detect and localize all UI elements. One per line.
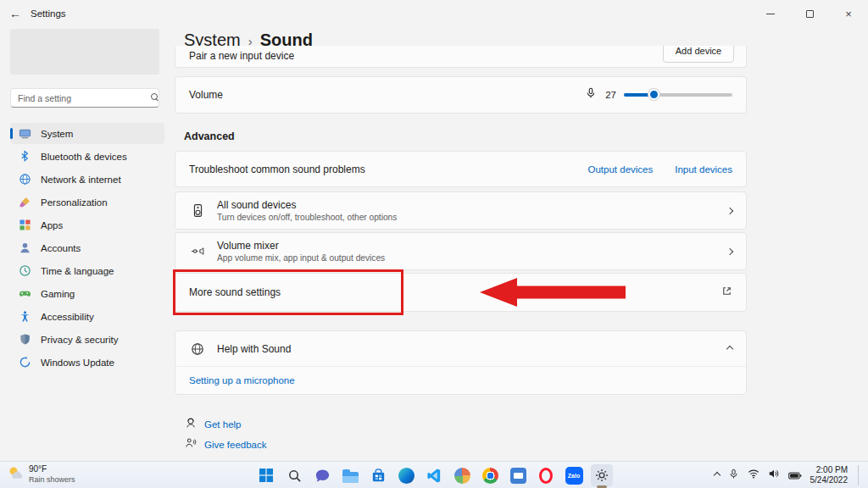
all-sound-devices-row[interactable]: All sound devices Turn devices on/off, t… <box>175 191 747 230</box>
weather-icon <box>7 464 24 485</box>
advanced-section-header: Advanced <box>184 130 235 142</box>
sidebar-item-label: Personalization <box>41 197 108 208</box>
help-with-sound-header[interactable]: Help with Sound <box>175 331 746 367</box>
troubleshoot-row: Troubleshoot common sound problems Outpu… <box>175 151 747 187</box>
sidebar-nav: System Bluetooth & devices Network & int… <box>10 123 164 373</box>
troubleshoot-label: Troubleshoot common sound problems <box>189 164 365 175</box>
chat-icon[interactable] <box>311 464 333 486</box>
clock-icon <box>19 264 31 277</box>
edge-icon[interactable] <box>395 464 417 486</box>
chrome-icon[interactable] <box>479 464 501 486</box>
all-sound-devices-subtitle: Turn devices on/off, troubleshoot, other… <box>217 213 397 222</box>
volume-controls: 27 <box>585 87 732 103</box>
help-globe-icon <box>189 341 206 358</box>
sidebar-item-time-language[interactable]: Time & language <box>10 260 164 281</box>
battery-icon[interactable] <box>788 468 802 483</box>
more-sound-settings-row[interactable]: More sound settings <box>175 273 747 312</box>
close-button[interactable]: × <box>829 0 868 27</box>
globe-icon <box>19 173 31 186</box>
search-input[interactable] <box>10 88 159 108</box>
sidebar-item-network-internet[interactable]: Network & internet <box>10 169 164 190</box>
tray-microphone-icon[interactable] <box>728 468 739 483</box>
weather-desc: Rain showers <box>29 475 75 485</box>
sidebar-item-bluetooth-devices[interactable]: Bluetooth & devices <box>10 146 164 167</box>
bluetooth-icon <box>19 150 31 163</box>
sidebar-item-windows-update[interactable]: Windows Update <box>10 352 164 373</box>
tray-chevron-up-icon[interactable] <box>713 472 720 479</box>
add-device-button[interactable]: Add device <box>663 46 734 63</box>
sidebar-item-label: Privacy & security <box>41 335 118 345</box>
update-refresh-icon <box>19 356 31 369</box>
chevron-right-icon <box>726 247 733 254</box>
paintbrush-icon <box>19 196 31 208</box>
volume-mixer-subtitle: App volume mix, app input & output devic… <box>217 253 385 263</box>
sidebar-item-label: Gaming <box>41 289 75 299</box>
window-title: Settings <box>31 8 66 19</box>
sidebar-item-label: Apps <box>41 220 63 230</box>
weather-temp: 90°F <box>29 464 75 475</box>
photos-pinned-app-icon[interactable] <box>451 464 473 486</box>
shield-icon <box>19 333 31 346</box>
sidebar-item-label: Network & internet <box>41 175 121 185</box>
back-button[interactable]: ← <box>0 7 31 20</box>
clock-time: 2:00 PM <box>810 465 849 476</box>
user-avatar[interactable] <box>10 29 159 75</box>
weather-widget[interactable]: 90°F Rain showers <box>7 464 75 485</box>
sidebar-item-gaming[interactable]: Gaming <box>10 283 164 304</box>
microphone-icon <box>585 87 597 103</box>
chevron-up-icon <box>726 345 733 352</box>
volume-row: Volume 27 <box>175 76 747 114</box>
pair-input-device-row: Pair a new input device Add device <box>175 46 747 68</box>
sidebar: System Bluetooth & devices Network & int… <box>0 27 175 461</box>
maximize-icon <box>806 10 814 18</box>
opera-icon[interactable] <box>535 464 557 486</box>
main-content: System › Sound Pair a new input device A… <box>175 27 747 461</box>
sidebar-item-privacy-security[interactable]: Privacy & security <box>10 329 164 350</box>
get-help-label: Get help <box>204 419 241 430</box>
search-button[interactable] <box>283 464 305 486</box>
volume-slider[interactable] <box>624 89 732 101</box>
sidebar-item-apps[interactable]: Apps <box>10 214 164 236</box>
slider-handle[interactable] <box>648 89 659 100</box>
show-desktop-button[interactable] <box>858 465 861 485</box>
pair-input-device-label: Pair a new input device <box>189 50 294 62</box>
feedback-icon <box>185 437 197 452</box>
volume-value: 27 <box>604 90 616 100</box>
more-sound-settings-title: More sound settings <box>189 286 281 298</box>
clock-date: 5/24/2022 <box>810 475 849 486</box>
get-help-icon <box>185 417 197 432</box>
vscode-icon[interactable] <box>423 464 445 486</box>
give-feedback-link[interactable]: Give feedback <box>185 437 267 452</box>
maximize-button[interactable] <box>790 0 829 27</box>
start-button[interactable] <box>255 464 277 486</box>
minimize-button[interactable] <box>751 0 790 27</box>
sidebar-item-accounts[interactable]: Accounts <box>10 237 164 258</box>
zalo-icon[interactable]: Zalo <box>563 464 585 486</box>
setting-up-microphone-link[interactable]: Setting up a microphone <box>189 375 295 385</box>
sidebar-item-label: Time & language <box>41 266 114 276</box>
wifi-icon[interactable] <box>748 468 760 483</box>
help-with-sound-title: Help with Sound <box>217 343 291 355</box>
sidebar-item-personalization[interactable]: Personalization <box>10 191 164 213</box>
input-devices-link[interactable]: Input devices <box>675 164 732 175</box>
mail-pinned-app-icon[interactable] <box>507 464 529 486</box>
volume-mixer-row[interactable]: Volume mixer App volume mix, app input &… <box>175 232 747 270</box>
store-icon[interactable] <box>367 464 389 486</box>
sidebar-item-label: System <box>41 129 73 139</box>
clock[interactable]: 2:00 PM 5/24/2022 <box>810 465 849 486</box>
titlebar: ← Settings × <box>0 0 868 27</box>
system-icon <box>19 127 31 140</box>
settings-window: ← Settings × System Bluetooth & devices <box>0 0 868 488</box>
search-icon <box>151 93 158 100</box>
settings-taskbar-icon[interactable] <box>591 464 613 486</box>
sidebar-item-system[interactable]: System <box>10 123 164 144</box>
sidebar-item-accessibility[interactable]: Accessibility <box>10 306 164 327</box>
get-help-link[interactable]: Get help <box>185 417 241 432</box>
person-icon <box>19 241 31 254</box>
volume-tray-icon[interactable] <box>768 468 780 483</box>
file-explorer-icon[interactable] <box>339 464 361 486</box>
help-with-sound-card: Help with Sound Setting up a microphone <box>175 330 747 395</box>
taskbar: 90°F Rain showers Zalo <box>0 461 868 488</box>
output-devices-link[interactable]: Output devices <box>588 164 654 175</box>
taskbar-center-icons: Zalo <box>255 462 613 488</box>
